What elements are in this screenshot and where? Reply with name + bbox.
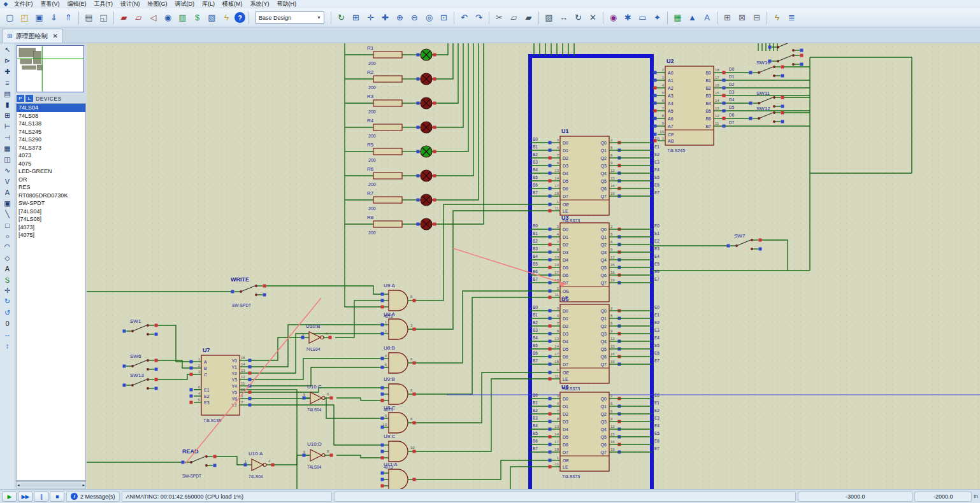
menu-item-4[interactable]: 工具(T) <box>90 0 117 8</box>
packaging-tool-button[interactable]: ▭ <box>636 11 649 24</box>
resistor-R1[interactable]: R1200 <box>345 43 448 66</box>
decompose-button[interactable]: ✦ <box>651 11 664 24</box>
symbol-2d-icon[interactable]: S <box>1 274 13 285</box>
menu-item-8[interactable]: 库(L) <box>198 0 219 8</box>
path-2d-icon[interactable]: ◇ <box>1 253 13 264</box>
device-list-item-RES[interactable]: RES <box>17 183 85 192</box>
switch-SW6[interactable]: SW6 <box>123 353 158 371</box>
device-list-item-74LS373[interactable]: 74LS373 <box>17 144 85 152</box>
switch-SW12[interactable]: SW12 <box>749 106 784 124</box>
device-list-item-[74LS04][interactable]: [74LS04] <box>17 208 85 216</box>
switch-write-switch[interactable]: SW-SPDT <box>231 285 266 308</box>
redo-button[interactable]: ↷ <box>472 11 486 24</box>
currency-button[interactable]: $ <box>191 11 204 24</box>
redraw-button[interactable]: ↻ <box>335 11 348 24</box>
new-sheet-button[interactable]: ⊞ <box>721 11 734 24</box>
ic-U1[interactable]: U174LS373B03D0B14D1B27D2B38D3B413D4B514D… <box>530 128 659 223</box>
menu-item-11[interactable]: 帮助(H) <box>273 0 301 8</box>
schematic-canvas[interactable]: R1200R2200R3200R4200R5200R6200R7200R8200… <box>87 43 980 489</box>
wire-autorouter-button[interactable]: ▦ <box>671 11 684 24</box>
tape-recorder-mode-icon[interactable]: ◫ <box>1 154 13 165</box>
bom-report-button[interactable]: ▥ <box>176 11 189 24</box>
message-status[interactable]: i 2 Message(s) <box>66 492 120 502</box>
led-L2[interactable] <box>417 73 436 85</box>
zoom-out-button[interactable]: ⊖ <box>408 11 421 24</box>
device-list-item-OR[interactable]: OR <box>17 176 85 184</box>
remove-sheet-button[interactable]: ⊠ <box>735 11 749 24</box>
led-L4[interactable] <box>417 122 436 133</box>
new-file-button[interactable]: ▢ <box>3 11 17 24</box>
block-move-button[interactable]: ↔ <box>557 11 570 24</box>
sound-button[interactable]: ◁ <box>147 11 160 24</box>
print-button[interactable]: ▤ <box>82 11 96 24</box>
zoom-extents-button[interactable]: ◎ <box>422 11 436 24</box>
netlist-button[interactable]: ≣ <box>785 11 798 24</box>
export-section-button[interactable]: ⇑ <box>62 11 75 24</box>
subcircuit-mode-icon[interactable]: ⊞ <box>1 110 13 121</box>
switch-read-switch[interactable]: SW-SPDT <box>182 455 217 479</box>
ic-U6[interactable]: U674LS373B03D0B14D1B27D2B38D3B413D4B514D… <box>530 384 659 479</box>
inverter-U10:D[interactable]: 98U10:D74LS04 <box>303 441 333 469</box>
pick-parts-button[interactable]: ◉ <box>607 11 620 24</box>
cut-button[interactable]: ✂ <box>493 11 506 24</box>
switch-SW10[interactable]: SW10 <box>749 60 784 78</box>
make-device-button[interactable]: ✱ <box>621 11 635 24</box>
pick-devices-button[interactable]: P <box>17 95 24 102</box>
tab-close-icon[interactable]: ✕ <box>52 32 57 39</box>
mirror-horizontal-icon[interactable]: ↔ <box>1 329 13 340</box>
property-assignment-button[interactable]: A <box>700 11 714 24</box>
component-mode-icon[interactable]: ⊳ <box>1 55 13 66</box>
help-button[interactable]: ? <box>234 12 245 23</box>
led-L3[interactable] <box>417 97 436 109</box>
resistor-R6[interactable]: R6200 <box>345 43 473 187</box>
junction-dot-mode-icon[interactable]: ✚ <box>1 66 13 77</box>
and-gate-U8:B[interactable]: 456U8:B <box>381 345 416 373</box>
switch-sw-aux-2[interactable] <box>768 54 803 66</box>
ic-U3[interactable]: U374LS373B03D0B14D1B27D2B38D3B413D4B514D… <box>530 215 659 309</box>
copy-button[interactable]: ▱ <box>507 11 521 24</box>
device-list-scrollbar[interactable]: ◂ ▸ <box>16 481 86 488</box>
tab-schematic-capture[interactable]: ⊞ 原理图绘制 ✕ <box>2 29 63 43</box>
step-button[interactable]: ▶▶ <box>18 492 32 502</box>
generator-mode-icon[interactable]: ∿ <box>1 165 13 176</box>
mirror-vertical-icon[interactable]: ↕ <box>1 340 13 351</box>
zoom-area-button[interactable]: ⊡ <box>437 11 450 24</box>
menu-item-10[interactable]: 系统(Y) <box>247 0 273 8</box>
mark-output-area-button[interactable]: ◱ <box>97 11 110 24</box>
text-script-mode-icon[interactable]: ▤ <box>1 89 13 99</box>
save-file-button[interactable]: ▣ <box>32 11 46 24</box>
origin-button[interactable]: ✛ <box>364 11 377 24</box>
grid-toggle-button[interactable]: ⊞ <box>349 11 363 24</box>
scrollbar-track[interactable] <box>20 483 82 487</box>
led-L8[interactable] <box>417 218 436 230</box>
circle-2d-icon[interactable]: ○ <box>1 230 13 241</box>
block-copy-button[interactable]: ▨ <box>542 11 556 24</box>
scroll-right-icon[interactable]: ▸ <box>82 483 85 488</box>
design-selector-dropdown[interactable]: Base Design▼ <box>256 11 324 24</box>
device-list-item-[74LS08][interactable]: [74LS08] <box>17 215 85 223</box>
design-rule-button[interactable]: ▧ <box>205 11 219 24</box>
zoom-in-button[interactable]: ⊕ <box>393 11 407 24</box>
wire-label-mode-icon[interactable]: ≡ <box>1 78 13 89</box>
ic-U7[interactable]: U774LS1381A2B3C6E14E25E315Y014Y113Y212Y3… <box>190 347 252 423</box>
device-list-item-4075[interactable]: 4075 <box>17 160 85 168</box>
text-2d-icon[interactable]: A <box>1 264 13 274</box>
voltage-probe-mode-icon[interactable]: V <box>1 176 13 187</box>
chevron-down-icon[interactable]: ▼ <box>317 15 321 20</box>
menu-item-6[interactable]: 绘图(G) <box>144 0 171 8</box>
stop-button[interactable]: ■ <box>50 492 64 502</box>
bus-mode-icon[interactable]: ▮ <box>1 99 13 110</box>
led-L5[interactable] <box>417 146 436 157</box>
menu-item-9[interactable]: 模板(M) <box>219 0 247 8</box>
library-manager-button[interactable]: L <box>25 95 33 102</box>
resistor-R2[interactable]: R2200 <box>345 43 453 90</box>
led-L1[interactable] <box>417 49 436 60</box>
open-file-button[interactable]: ◰ <box>18 11 31 24</box>
device-list-item-4073[interactable]: 4073 <box>17 152 85 160</box>
switch-SW7[interactable]: SW7 <box>727 233 762 251</box>
and-gate-U8:C[interactable]: 9108U8:C <box>381 405 416 433</box>
device-pin-mode-icon[interactable]: ⊣ <box>1 132 13 143</box>
menu-item-1[interactable]: 文件(F) <box>10 0 37 8</box>
menu-item-2[interactable]: 查看(V) <box>37 0 64 8</box>
switch-SW1[interactable]: SW1 <box>123 318 158 336</box>
